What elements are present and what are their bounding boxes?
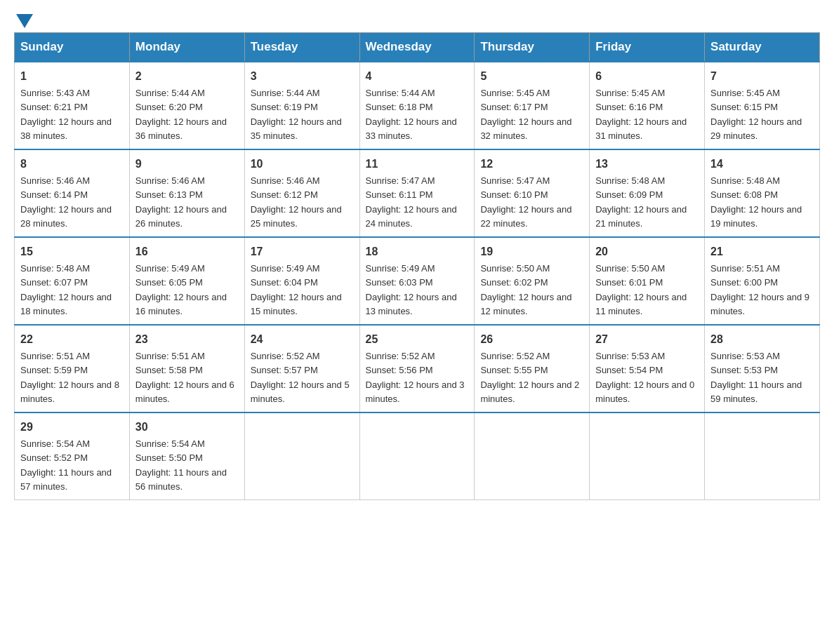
calendar-table: SundayMondayTuesdayWednesdayThursdayFrid… xyxy=(14,32,820,500)
day-number: 27 xyxy=(595,331,699,348)
day-cell-11: 11 Sunrise: 5:47 AMSunset: 6:11 PMDaylig… xyxy=(359,149,475,237)
day-info: Sunrise: 5:53 AMSunset: 5:54 PMDaylight:… xyxy=(595,351,694,404)
day-info: Sunrise: 5:54 AMSunset: 5:52 PMDaylight:… xyxy=(20,438,112,492)
day-info: Sunrise: 5:46 AMSunset: 6:14 PMDaylight:… xyxy=(20,175,112,229)
day-info: Sunrise: 5:45 AMSunset: 6:16 PMDaylight:… xyxy=(595,88,687,141)
day-info: Sunrise: 5:52 AMSunset: 5:55 PMDaylight:… xyxy=(480,351,579,404)
logo xyxy=(14,14,35,25)
weekday-header-saturday: Saturday xyxy=(705,33,820,62)
day-info: Sunrise: 5:48 AMSunset: 6:08 PMDaylight:… xyxy=(710,175,802,229)
day-number: 14 xyxy=(710,156,814,173)
day-cell-18: 18 Sunrise: 5:49 AMSunset: 6:03 PMDaylig… xyxy=(359,237,475,325)
day-cell-15: 15 Sunrise: 5:48 AMSunset: 6:07 PMDaylig… xyxy=(15,237,130,325)
day-cell-12: 12 Sunrise: 5:47 AMSunset: 6:10 PMDaylig… xyxy=(475,149,590,237)
weekday-header-wednesday: Wednesday xyxy=(359,33,475,62)
day-cell-23: 23 Sunrise: 5:51 AMSunset: 5:58 PMDaylig… xyxy=(129,325,244,412)
day-info: Sunrise: 5:44 AMSunset: 6:19 PMDaylight:… xyxy=(251,88,342,141)
day-cell-17: 17 Sunrise: 5:49 AMSunset: 6:04 PMDaylig… xyxy=(244,237,359,325)
day-info: Sunrise: 5:45 AMSunset: 6:17 PMDaylight:… xyxy=(480,88,571,141)
day-info: Sunrise: 5:53 AMSunset: 5:53 PMDaylight:… xyxy=(710,351,802,404)
day-number: 11 xyxy=(366,156,469,173)
day-number: 9 xyxy=(135,156,239,173)
empty-cell xyxy=(359,412,475,500)
day-cell-6: 6 Sunrise: 5:45 AMSunset: 6:16 PMDayligh… xyxy=(590,62,705,149)
week-row-1: 1 Sunrise: 5:43 AMSunset: 6:21 PMDayligh… xyxy=(15,62,820,149)
weekday-header-sunday: Sunday xyxy=(15,33,130,62)
day-cell-24: 24 Sunrise: 5:52 AMSunset: 5:57 PMDaylig… xyxy=(244,325,359,412)
day-cell-29: 29 Sunrise: 5:54 AMSunset: 5:52 PMDaylig… xyxy=(15,412,130,500)
day-cell-5: 5 Sunrise: 5:45 AMSunset: 6:17 PMDayligh… xyxy=(475,62,590,149)
empty-cell xyxy=(244,412,359,500)
day-info: Sunrise: 5:51 AMSunset: 6:00 PMDaylight:… xyxy=(710,263,809,316)
week-row-3: 15 Sunrise: 5:48 AMSunset: 6:07 PMDaylig… xyxy=(15,237,820,325)
day-cell-22: 22 Sunrise: 5:51 AMSunset: 5:59 PMDaylig… xyxy=(15,325,130,412)
day-number: 16 xyxy=(135,243,239,260)
day-info: Sunrise: 5:51 AMSunset: 5:59 PMDaylight:… xyxy=(20,351,119,404)
empty-cell xyxy=(590,412,705,500)
header xyxy=(14,14,820,25)
week-row-5: 29 Sunrise: 5:54 AMSunset: 5:52 PMDaylig… xyxy=(15,412,820,500)
day-number: 8 xyxy=(20,156,124,173)
day-info: Sunrise: 5:49 AMSunset: 6:04 PMDaylight:… xyxy=(251,263,342,316)
weekday-header-friday: Friday xyxy=(590,33,705,62)
day-cell-4: 4 Sunrise: 5:44 AMSunset: 6:18 PMDayligh… xyxy=(359,62,475,149)
day-cell-27: 27 Sunrise: 5:53 AMSunset: 5:54 PMDaylig… xyxy=(590,325,705,412)
day-number: 2 xyxy=(135,68,239,85)
empty-cell xyxy=(705,412,820,500)
day-number: 26 xyxy=(480,331,583,348)
day-cell-1: 1 Sunrise: 5:43 AMSunset: 6:21 PMDayligh… xyxy=(15,62,130,149)
day-cell-16: 16 Sunrise: 5:49 AMSunset: 6:05 PMDaylig… xyxy=(129,237,244,325)
day-cell-2: 2 Sunrise: 5:44 AMSunset: 6:20 PMDayligh… xyxy=(129,62,244,149)
day-info: Sunrise: 5:52 AMSunset: 5:56 PMDaylight:… xyxy=(366,351,465,404)
day-number: 18 xyxy=(366,243,469,260)
day-number: 4 xyxy=(366,68,469,85)
day-cell-8: 8 Sunrise: 5:46 AMSunset: 6:14 PMDayligh… xyxy=(15,149,130,237)
day-number: 24 xyxy=(251,331,354,348)
week-row-2: 8 Sunrise: 5:46 AMSunset: 6:14 PMDayligh… xyxy=(15,149,820,237)
weekday-header-thursday: Thursday xyxy=(475,33,590,62)
day-number: 21 xyxy=(710,243,814,260)
day-number: 17 xyxy=(251,243,354,260)
day-number: 10 xyxy=(251,156,354,173)
day-cell-14: 14 Sunrise: 5:48 AMSunset: 6:08 PMDaylig… xyxy=(705,149,820,237)
weekday-header-tuesday: Tuesday xyxy=(244,33,359,62)
day-info: Sunrise: 5:47 AMSunset: 6:11 PMDaylight:… xyxy=(366,175,457,229)
day-number: 13 xyxy=(595,156,699,173)
day-info: Sunrise: 5:45 AMSunset: 6:15 PMDaylight:… xyxy=(710,88,802,141)
day-number: 5 xyxy=(480,68,583,85)
day-info: Sunrise: 5:46 AMSunset: 6:12 PMDaylight:… xyxy=(251,175,342,229)
day-cell-30: 30 Sunrise: 5:54 AMSunset: 5:50 PMDaylig… xyxy=(129,412,244,500)
day-cell-20: 20 Sunrise: 5:50 AMSunset: 6:01 PMDaylig… xyxy=(590,237,705,325)
day-info: Sunrise: 5:50 AMSunset: 6:01 PMDaylight:… xyxy=(595,263,687,316)
day-info: Sunrise: 5:48 AMSunset: 6:07 PMDaylight:… xyxy=(20,263,112,316)
day-info: Sunrise: 5:51 AMSunset: 5:58 PMDaylight:… xyxy=(135,351,234,404)
day-number: 25 xyxy=(366,331,469,348)
day-info: Sunrise: 5:48 AMSunset: 6:09 PMDaylight:… xyxy=(595,175,687,229)
day-info: Sunrise: 5:49 AMSunset: 6:05 PMDaylight:… xyxy=(135,263,227,316)
day-cell-13: 13 Sunrise: 5:48 AMSunset: 6:09 PMDaylig… xyxy=(590,149,705,237)
day-info: Sunrise: 5:54 AMSunset: 5:50 PMDaylight:… xyxy=(135,438,227,492)
empty-cell xyxy=(475,412,590,500)
day-number: 22 xyxy=(20,331,124,348)
day-number: 7 xyxy=(710,68,814,85)
day-cell-10: 10 Sunrise: 5:46 AMSunset: 6:12 PMDaylig… xyxy=(244,149,359,237)
weekday-header-row: SundayMondayTuesdayWednesdayThursdayFrid… xyxy=(15,33,820,62)
day-number: 6 xyxy=(595,68,699,85)
day-number: 23 xyxy=(135,331,239,348)
day-cell-7: 7 Sunrise: 5:45 AMSunset: 6:15 PMDayligh… xyxy=(705,62,820,149)
day-cell-3: 3 Sunrise: 5:44 AMSunset: 6:19 PMDayligh… xyxy=(244,62,359,149)
day-cell-26: 26 Sunrise: 5:52 AMSunset: 5:55 PMDaylig… xyxy=(475,325,590,412)
day-info: Sunrise: 5:43 AMSunset: 6:21 PMDaylight:… xyxy=(20,88,112,141)
day-number: 1 xyxy=(20,68,124,85)
weekday-header-monday: Monday xyxy=(129,33,244,62)
day-cell-21: 21 Sunrise: 5:51 AMSunset: 6:00 PMDaylig… xyxy=(705,237,820,325)
day-info: Sunrise: 5:49 AMSunset: 6:03 PMDaylight:… xyxy=(366,263,457,316)
week-row-4: 22 Sunrise: 5:51 AMSunset: 5:59 PMDaylig… xyxy=(15,325,820,412)
day-number: 29 xyxy=(20,419,124,436)
day-cell-19: 19 Sunrise: 5:50 AMSunset: 6:02 PMDaylig… xyxy=(475,237,590,325)
page-container: SundayMondayTuesdayWednesdayThursdayFrid… xyxy=(14,14,820,500)
day-number: 30 xyxy=(135,419,239,436)
day-number: 28 xyxy=(710,331,814,348)
day-number: 3 xyxy=(251,68,354,85)
day-number: 20 xyxy=(595,243,699,260)
